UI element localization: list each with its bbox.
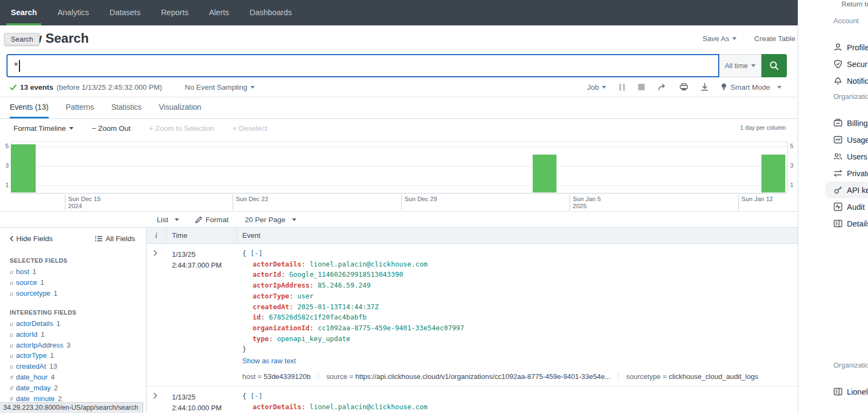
- meta-source[interactable]: source = https://api.clickhouse.cloud/v1…: [326, 372, 611, 381]
- x-tick-label: Sun Dec 22: [233, 195, 268, 210]
- menu-item-billing[interactable]: Billing: [825, 115, 868, 131]
- menu-item-notifications[interactable]: Notifications: [825, 72, 868, 89]
- json-value[interactable]: openapi_key_update: [277, 335, 350, 343]
- events-table-header: i Time Event: [147, 228, 798, 244]
- field-item[interactable]: ahost1: [10, 267, 146, 277]
- pencil-icon: [195, 216, 202, 223]
- json-value[interactable]: lionel.palacin@clickhouse.com: [309, 260, 427, 268]
- json-value[interactable]: Google_114602629918513043390: [289, 270, 403, 278]
- job-menu-button[interactable]: Job: [587, 83, 607, 91]
- histogram-bar[interactable]: [533, 155, 556, 192]
- json-key[interactable]: actorDetails: [253, 403, 301, 411]
- tab[interactable]: Patterns: [66, 97, 94, 118]
- format-timeline-dropdown[interactable]: Format Timeline: [14, 124, 74, 132]
- meta-sourcetype[interactable]: sourcetype = clickhouse_cloud_audit_logs: [626, 372, 758, 381]
- expand-event-button[interactable]: [153, 250, 157, 256]
- all-fields-button[interactable]: All Fields: [95, 235, 135, 243]
- show-raw-text-link[interactable]: Show as raw text: [242, 357, 296, 365]
- json-key[interactable]: actorId: [253, 270, 281, 278]
- field-item[interactable]: asourcetype1: [10, 288, 146, 299]
- json-field: actorId: Google_114602629918513043390: [242, 269, 798, 280]
- save-as-button[interactable]: Save As: [703, 35, 737, 43]
- timeline-panel: Format Timeline − Zoom Out + Zoom to Sel…: [0, 119, 798, 212]
- menu-item-users[interactable]: Users: [825, 148, 868, 165]
- smart-mode-dropdown[interactable]: Smart Mode: [721, 83, 781, 91]
- nav-item[interactable]: Dashboards: [250, 0, 292, 25]
- menu-item-usage[interactable]: Usage: [825, 131, 868, 148]
- event-sampling-dropdown[interactable]: No Event Sampling: [185, 83, 255, 91]
- tab[interactable]: Visualization: [159, 97, 201, 118]
- tab[interactable]: Events (13): [10, 97, 49, 118]
- json-value[interactable]: 85.246.59.249: [317, 281, 370, 289]
- zoom-to-selection-button[interactable]: + Zoom to Selection: [149, 124, 214, 132]
- account-section: Account Profile Security Notifications: [833, 17, 868, 89]
- tab[interactable]: Statistics: [111, 97, 142, 118]
- field-item[interactable]: aactorType1: [10, 350, 146, 361]
- zoom-out-button[interactable]: − Zoom Out: [92, 124, 131, 132]
- json-key[interactable]: createdAt: [253, 303, 289, 311]
- menu-item-api-keys[interactable]: API keys: [825, 182, 868, 198]
- json-key[interactable]: type: [253, 335, 269, 343]
- time-range-picker[interactable]: All time: [719, 54, 761, 77]
- json-key[interactable]: id: [253, 313, 261, 321]
- menu-item-security[interactable]: Security: [825, 56, 868, 72]
- json-field: actorIpAddress: 85.246.59.249: [242, 280, 798, 291]
- field-item[interactable]: aactorId1: [10, 329, 146, 340]
- json-value[interactable]: lionel.palacin@clickhouse.com: [309, 403, 427, 411]
- json-value[interactable]: 678526d582c1f20fac4babfb: [269, 313, 367, 321]
- top-nav: Search Analytics Datasets Reports Alerts…: [0, 0, 798, 25]
- field-item[interactable]: #date_hour4: [10, 372, 146, 383]
- per-page-dropdown[interactable]: 20 Per Page: [245, 216, 296, 224]
- json-value[interactable]: 2025-01-13T14:44:37Z: [297, 303, 379, 311]
- histogram-bar[interactable]: [11, 144, 36, 192]
- text-cursor: [19, 60, 20, 72]
- json-value[interactable]: user: [297, 292, 314, 300]
- chevron-down-icon: [69, 127, 74, 130]
- search-button[interactable]: [761, 54, 787, 77]
- download-icon[interactable]: [701, 83, 708, 91]
- return-to-link[interactable]: Return to: [842, 0, 868, 8]
- field-item[interactable]: acreatedAt13: [10, 361, 146, 372]
- share-icon[interactable]: [658, 83, 667, 91]
- nav-item[interactable]: Analytics: [57, 0, 89, 25]
- list-view-dropdown[interactable]: List: [157, 216, 179, 224]
- field-item[interactable]: #date_mday2: [10, 383, 146, 394]
- print-icon[interactable]: [680, 83, 688, 91]
- menu-item-private-endpoints[interactable]: Private endpoints: [825, 165, 868, 182]
- deselect-button[interactable]: × Deselect: [233, 124, 267, 132]
- json-key[interactable]: organizationId: [253, 324, 309, 332]
- field-item[interactable]: asource1: [10, 277, 146, 288]
- json-value[interactable]: cc1092aa-8775-459e-9401-33e54ec07997: [317, 324, 464, 332]
- nav-item[interactable]: Reports: [161, 0, 189, 25]
- json-key[interactable]: actorType: [253, 292, 289, 300]
- menu-item-audit[interactable]: Audit: [825, 198, 868, 215]
- nav-item[interactable]: Datasets: [109, 0, 140, 25]
- search-input[interactable]: *: [6, 54, 719, 77]
- hide-fields-button[interactable]: Hide Fields: [10, 235, 53, 243]
- menu-item-details[interactable]: Details: [825, 215, 868, 232]
- nav-item[interactable]: Search: [11, 0, 37, 25]
- meta-host[interactable]: host = 53de4339120b: [242, 372, 310, 381]
- collapse-json-button[interactable]: [-]: [250, 392, 263, 400]
- event-row: 1/13/25 2:44:37.000 PM { [-] actorDetail…: [147, 244, 798, 387]
- menu-item-profile[interactable]: Profile: [825, 39, 868, 56]
- stop-icon[interactable]: [638, 84, 645, 90]
- histogram-bar[interactable]: [761, 155, 785, 192]
- screen: Search Analytics Datasets Reports Alerts…: [0, 0, 868, 413]
- chevron-down-icon: [292, 218, 296, 221]
- field-item[interactable]: aactorIpAddress3: [10, 340, 146, 351]
- pause-icon[interactable]: [619, 84, 625, 91]
- expand-event-button[interactable]: [153, 392, 157, 399]
- field-item[interactable]: aactorDetails1: [10, 318, 146, 329]
- event-timestamp: 1/13/25 2:44:37.000 PM: [172, 249, 237, 270]
- json-key[interactable]: actorDetails: [253, 260, 301, 268]
- x-tick-label: Sun Dec 15 2024: [65, 195, 101, 210]
- nav-item[interactable]: Alerts: [209, 0, 229, 25]
- json-key[interactable]: actorIpAddress: [253, 281, 309, 289]
- collapse-json-button[interactable]: [-]: [250, 249, 263, 257]
- menu-item-organization-lionel[interactable]: Lionel: [825, 383, 868, 400]
- gridline: [11, 141, 787, 142]
- json-field: createdAt: 2025-01-13T14:44:37Z: [242, 302, 798, 312]
- format-button[interactable]: Format: [195, 216, 229, 224]
- event-meta-fields: host = 53de4339120b source = https://api…: [242, 372, 798, 381]
